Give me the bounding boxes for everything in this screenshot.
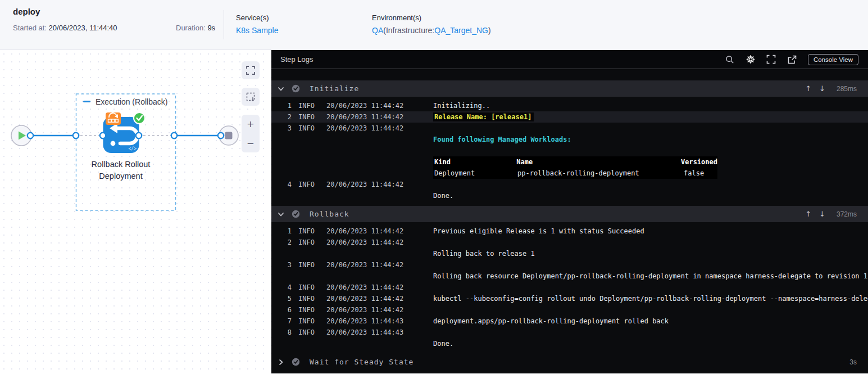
canvas-select-button[interactable] — [242, 88, 260, 106]
log-line[interactable]: 7INFO20/06/2023 11:44:43deployment.apps/… — [271, 316, 868, 327]
zoom-in-button[interactable]: + — [247, 118, 254, 130]
scroll-up-icon[interactable]: ↑ — [805, 84, 811, 93]
log-line[interactable]: 1INFO20/06/2023 11:44:42Initializing.. — [271, 100, 868, 111]
rollback-dot-icon — [111, 141, 116, 146]
section-header-rollback[interactable]: Rollback ↑ ↓ 372ms — [271, 206, 868, 222]
execution-header: deploy Started at: 20/06/2023, 11:44:40 … — [0, 0, 868, 50]
service-link[interactable]: K8s Sample — [236, 26, 278, 35]
fullscreen-icon — [246, 66, 255, 75]
workloads-table-header: KindNameVersioned — [433, 156, 717, 168]
console-view-button[interactable]: Console View — [808, 54, 858, 65]
log-line[interactable]: 3INFO20/06/2023 11:44:42 — [271, 259, 868, 271]
code-icon: </> — [129, 146, 137, 151]
log-line[interactable]: 6INFO20/06/2023 11:44:42 — [271, 304, 868, 316]
node-label-line1: Rollback Rollout — [92, 160, 151, 169]
environments-block: Environment(s) QA(Infrastructure:QA_Targ… — [372, 13, 491, 35]
expand-logs-icon[interactable] — [766, 55, 776, 65]
step-success-icon — [292, 84, 300, 93]
log-line[interactable]: 5INFO20/06/2023 11:44:42kubectl --kubeco… — [271, 293, 868, 304]
scroll-down-icon[interactable]: ↓ — [819, 210, 825, 218]
environments-label: Environment(s) — [372, 13, 491, 22]
workloads-table: KindNameVersioned Deploymentpp-rollback-… — [433, 156, 717, 179]
started-label: Started at: — [13, 24, 47, 32]
log-line[interactable]: 8INFO20/06/2023 11:44:43 — [271, 327, 868, 338]
console-title: Step Logs — [280, 55, 313, 64]
section-header-wait-for-steady-state[interactable]: Wait for Steady State 3s — [271, 354, 868, 370]
table-row: Deploymentpp-rollback-rolling-deployment… — [433, 168, 717, 179]
console-header: Step Logs Console View — [271, 50, 868, 69]
pipeline-graph: Execution (Rollback) </> — [0, 50, 271, 373]
header-divider — [224, 10, 224, 39]
step-success-icon — [292, 210, 300, 218]
search-icon[interactable] — [725, 55, 735, 65]
log-line[interactable]: Rolling back to release 1 — [271, 248, 868, 259]
section-header-initialize[interactable]: Initialize ↑ ↓ 285ms — [271, 80, 868, 97]
section-duration: 3s — [833, 358, 857, 366]
section-title: Rollback — [310, 210, 349, 218]
log-line[interactable]: 1INFO20/06/2023 11:44:42Previous eligibl… — [271, 226, 868, 237]
log-line[interactable]: 2INFO20/06/2023 11:44:42 — [271, 237, 868, 248]
canvas-zoom-controls: + − — [242, 115, 260, 152]
group-collapse-dash-icon[interactable] — [83, 101, 90, 102]
canvas-fullscreen-button[interactable] — [242, 61, 260, 79]
services-block: Service(s) K8s Sample — [236, 13, 278, 35]
stop-icon — [225, 132, 233, 139]
scroll-down-icon[interactable]: ↓ — [819, 84, 825, 93]
duration: Duration: 9s — [176, 24, 215, 32]
section-title: Wait for Steady State — [310, 358, 413, 366]
execution-group-label: Execution (Rollback) — [96, 97, 167, 106]
log-line[interactable]: Done. — [271, 190, 868, 201]
log-line[interactable]: Found following Managed Workloads: — [271, 134, 868, 145]
section-duration: 372ms — [833, 210, 857, 218]
section-title: Initialize — [310, 84, 359, 93]
duration-label: Duration: — [176, 24, 206, 32]
pipeline-canvas[interactable]: Execution (Rollback) </> — [0, 50, 271, 373]
section-body-rollback: 1INFO20/06/2023 11:44:42Previous eligibl… — [271, 222, 868, 354]
step-logs-panel: Step Logs Console View — [271, 50, 868, 373]
chevron-right-icon[interactable] — [278, 359, 284, 366]
scroll-up-icon[interactable]: ↑ — [805, 210, 811, 218]
log-line-blank — [271, 145, 868, 156]
log-line[interactable]: Rolling back resource Deployment/pp-roll… — [271, 271, 868, 282]
started-value: 20/06/2023, 11:44:40 — [49, 24, 117, 32]
log-line[interactable]: 3INFO20/06/2023 11:44:42 — [271, 123, 868, 134]
node-label-line2: Deployment — [99, 172, 142, 181]
rolling-badge-icon — [106, 112, 121, 125]
duration-value: 9s — [207, 24, 215, 32]
console-log-area[interactable]: Initialize ↑ ↓ 285ms 1INFO20/06/2023 11:… — [271, 69, 868, 373]
external-link-icon[interactable] — [787, 55, 797, 65]
gear-icon[interactable] — [746, 55, 756, 65]
zoom-out-button[interactable]: − — [247, 137, 254, 149]
page-title: deploy — [13, 7, 40, 16]
environment-link[interactable]: QA(Infrastructure:QA_Target_NG) — [372, 26, 491, 35]
log-line[interactable]: 4INFO20/06/2023 11:44:42 — [271, 282, 868, 293]
section-duration: 285ms — [833, 85, 857, 93]
marquee-select-icon — [246, 92, 256, 102]
chevron-down-icon[interactable] — [278, 85, 284, 92]
log-line[interactable]: Done. — [271, 338, 868, 349]
started-at: Started at: 20/06/2023, 11:44:40 — [13, 24, 117, 32]
section-body-initialize: 1INFO20/06/2023 11:44:42Initializing.. 2… — [271, 97, 868, 206]
success-check-icon — [134, 112, 145, 124]
log-line-highlighted[interactable]: 2INFO20/06/2023 11:44:42Release Name: [r… — [271, 111, 868, 123]
services-label: Service(s) — [236, 13, 278, 22]
log-line[interactable]: 4INFO20/06/2023 11:44:42 — [271, 179, 868, 190]
step-success-icon — [292, 358, 300, 366]
chevron-down-icon[interactable] — [278, 211, 284, 218]
